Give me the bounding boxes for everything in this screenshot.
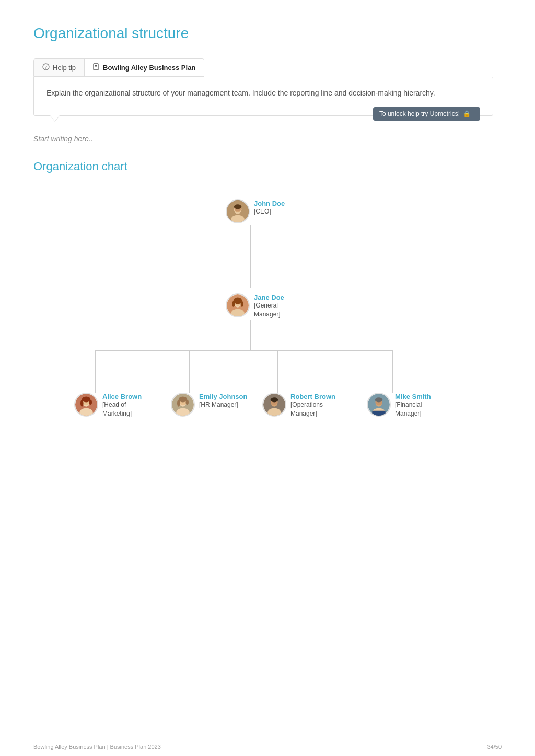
lock-icon: 🔒 <box>463 110 471 117</box>
tab-bar: ? Help tip Bowling Alley Business Plan <box>33 58 204 77</box>
node-title-robert: [OperationsManager] <box>290 400 335 418</box>
avatar-jane <box>226 293 250 317</box>
node-jane-doe: Jane Doe [GeneralManager] <box>226 293 284 319</box>
question-icon: ? <box>42 63 50 72</box>
node-name-emily: Emily Johnson <box>199 393 247 400</box>
node-title-emily: [HR Manager] <box>199 400 247 409</box>
footer-right: 34/50 <box>487 743 502 750</box>
tab-bowling-label: Bowling Alley Business Plan <box>103 64 195 72</box>
doc-icon <box>93 63 100 72</box>
svg-point-24 <box>232 301 235 307</box>
tab-help-tip[interactable]: ? Help tip <box>34 59 85 76</box>
node-info-mike: Mike Smith [FinancialManager] <box>395 393 431 418</box>
page-footer: Bowling Alley Business Plan | Business P… <box>0 737 535 756</box>
node-john-doe: John Doe [CEO] <box>226 199 285 223</box>
unlock-label: To unlock help try Upmetrics! <box>379 110 460 117</box>
svg-point-44 <box>271 398 278 403</box>
node-name-robert: Robert Brown <box>290 393 335 400</box>
node-title-mike: [FinancialManager] <box>395 400 431 418</box>
tooltip-arrow-inner <box>50 115 60 121</box>
tooltip-box: Explain the organizational structure of … <box>33 77 493 116</box>
page-title: Organizational structure <box>33 25 502 42</box>
avatar-john <box>226 199 250 223</box>
node-alice-brown: Alice Brown [Head ofMarketing] <box>74 393 142 418</box>
node-name-alice: Alice Brown <box>102 393 142 400</box>
svg-text:?: ? <box>45 65 47 70</box>
node-info-jane: Jane Doe [GeneralManager] <box>254 293 284 319</box>
section-subtitle: Organization chart <box>33 160 502 173</box>
svg-point-49 <box>375 398 383 403</box>
svg-point-32 <box>89 400 91 405</box>
svg-point-25 <box>240 301 243 307</box>
svg-point-18 <box>234 205 242 209</box>
node-title-jane: [GeneralManager] <box>254 301 284 319</box>
node-name-jane: Jane Doe <box>254 293 284 301</box>
node-name-mike: Mike Smith <box>395 393 431 400</box>
node-title-alice: [Head ofMarketing] <box>102 400 142 418</box>
unlock-button[interactable]: To unlock help try Upmetrics! 🔒 <box>373 107 480 121</box>
tab-help-tip-label: Help tip <box>53 64 76 72</box>
node-info-emily: Emily Johnson [HR Manager] <box>199 393 247 409</box>
node-info-john: John Doe [CEO] <box>254 199 285 216</box>
node-mike-smith: Mike Smith [FinancialManager] <box>367 393 431 418</box>
avatar-alice <box>74 393 98 417</box>
node-info-alice: Alice Brown [Head ofMarketing] <box>102 393 142 418</box>
svg-point-38 <box>177 400 180 407</box>
avatar-robert <box>262 393 286 417</box>
connector-lines <box>59 194 476 497</box>
node-name-john: John Doe <box>254 199 285 207</box>
tab-bowling[interactable]: Bowling Alley Business Plan <box>85 59 204 76</box>
node-title-john: [CEO] <box>254 207 285 216</box>
svg-point-39 <box>185 400 188 405</box>
avatar-mike <box>367 393 391 417</box>
footer-left: Bowling Alley Business Plan | Business P… <box>33 743 161 750</box>
node-robert-brown: Robert Brown [OperationsManager] <box>262 393 335 418</box>
svg-point-31 <box>80 400 83 407</box>
svg-rect-50 <box>372 411 386 416</box>
start-writing-placeholder[interactable]: Start writing here.. <box>33 135 502 143</box>
node-emily-johnson: Emily Johnson [HR Manager] <box>171 393 247 417</box>
tooltip-text: Explain the organizational structure of … <box>46 87 480 99</box>
avatar-emily <box>171 393 195 417</box>
org-chart: John Doe [CEO] Jane Doe [G <box>59 194 476 497</box>
node-info-robert: Robert Brown [OperationsManager] <box>290 393 335 418</box>
